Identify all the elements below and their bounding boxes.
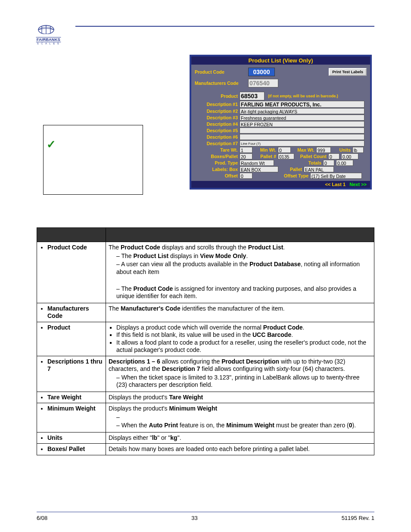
totals2-field[interactable]: 0.00 — [336, 160, 353, 166]
nav-next[interactable]: Next >> — [349, 182, 367, 187]
body-cell: Details how many boxes are loaded onto e… — [106, 444, 374, 455]
description-label: Description #5 — [195, 128, 240, 133]
topic-cell: Tare Weight — [37, 392, 106, 403]
topic-cell: Descriptions 1 thru 7 — [37, 356, 106, 392]
totals-field[interactable]: 0 — [323, 160, 334, 166]
barcode-note: (If not empty, will be used in barcode.) — [268, 94, 338, 98]
placeholder-box — [43, 125, 143, 195]
description-field[interactable]: FARLING MEAT PRODUCTS, Inc. — [240, 101, 364, 108]
nav-bar: << Last 1 Next >> — [191, 181, 370, 188]
description-label: Description #4 — [195, 121, 240, 127]
description-label: Description #3 — [195, 115, 240, 120]
units-field[interactable]: lb — [352, 147, 364, 153]
description-field[interactable]: Air-tight packaging ALWAYS — [240, 108, 364, 114]
page-footer: 6/08 33 51195 Rev. 1 — [37, 512, 374, 521]
description-label: Description #7 — [195, 141, 240, 146]
reference-table: Product CodeThe Product Code displays an… — [37, 227, 374, 455]
pcount-label: Pallet Count — [294, 154, 328, 159]
units-label: Units — [331, 147, 352, 152]
offset-label: Offset — [195, 173, 240, 178]
check-icon: ✓ — [47, 138, 56, 151]
description-field[interactable]: Line Four (7) — [240, 140, 364, 146]
description-row: Description #5 — [195, 128, 367, 134]
table-row: Tare WeightDisplays the product's Tare W… — [37, 392, 374, 403]
description-row: Description #4KEEP FROZEN — [195, 121, 367, 127]
product-code-label: Product Code — [195, 69, 248, 75]
description-row: Description #3Freshness guaranteed — [195, 115, 367, 121]
totals-label: Totals — [274, 160, 323, 165]
description-row: Description #6 — [195, 134, 367, 140]
description-field[interactable]: Freshness guaranteed — [240, 115, 364, 121]
boxes-label: Boxes/Pallet — [195, 154, 240, 159]
pallet-label: Pallet — [278, 167, 304, 172]
body-cell: The Product Code displays and scrolls th… — [106, 242, 374, 303]
pcount-field[interactable]: 0 — [328, 153, 339, 159]
topic-cell: Product Code — [37, 242, 106, 303]
otype-field[interactable]: (17) Sell By Date — [310, 173, 362, 179]
labelsbox-label: Labels: Box — [195, 167, 240, 172]
offset-field[interactable]: 0 — [240, 173, 252, 179]
description-field[interactable] — [240, 134, 364, 140]
body-cell: Descriptions 1 – 6 allows configuring th… — [106, 356, 374, 392]
table-row: UnitsDisplays either "lb" or "kg". — [37, 432, 374, 444]
description-row: Description #2Air-tight packaging ALWAYS — [195, 108, 367, 114]
footer-left: 6/08 — [37, 515, 47, 521]
table-row: Boxes/ PalletDetails how many boxes are … — [37, 444, 374, 455]
footer-right: 51195 Rev. 1 — [342, 515, 374, 521]
ptype-label: Prod. Type — [195, 160, 240, 165]
palletnum-field[interactable]: 0135 — [278, 153, 294, 159]
tare-field[interactable]: 1 — [240, 147, 252, 153]
description-field[interactable]: KEEP FROZEN — [240, 121, 364, 127]
boxes-field[interactable]: 20 — [240, 153, 252, 159]
topic-cell: Units — [37, 432, 106, 444]
body-cell: Displays the product's Tare Weight — [106, 392, 374, 403]
table-row: Product CodeThe Product Code displays an… — [37, 242, 374, 303]
brand-name: FAIRBANKS — [36, 37, 61, 42]
description-label: Description #2 — [195, 109, 240, 114]
tare-label: Tare Wt. — [195, 147, 240, 152]
footer-center: 33 — [191, 515, 197, 521]
topic-cell: Product — [37, 322, 106, 356]
mfg-code-field[interactable]: 076540 — [248, 79, 278, 87]
topic-cell: Boxes/ Pallet — [37, 444, 106, 455]
topic-cell: Minimum Weight — [37, 403, 106, 432]
table-row: ProductDisplays a product code which wil… — [37, 322, 374, 356]
mfg-code-label: Manufacturers Code — [195, 81, 248, 86]
header-rule — [75, 26, 374, 27]
table-row: Manufacturers CodeThe Manufacturer's Cod… — [37, 303, 374, 322]
table-header-right — [106, 228, 374, 242]
body-cell: Displays either "lb" or "kg". — [106, 432, 374, 444]
brand-logo: FAIRBANKS S C A L E S — [37, 24, 60, 45]
max-field[interactable]: 999 — [316, 147, 331, 153]
description-row: Description #7Line Four (7) — [195, 140, 367, 146]
min-label: Min Wt. — [252, 147, 278, 152]
description-label: Description #6 — [195, 134, 240, 140]
description-label: Description #1 — [195, 102, 240, 107]
min-field[interactable]: 0 — [278, 147, 291, 153]
body-cell: Displays a product code which will overr… — [106, 322, 374, 356]
product-label: Product — [195, 93, 240, 99]
print-test-labels-button[interactable]: Print Test Labels — [329, 68, 367, 76]
pallet-field[interactable]: EAN PAL — [304, 166, 334, 172]
ptype-field[interactable]: Random Wt — [240, 160, 274, 166]
otype-label: Offset Type — [252, 173, 310, 178]
product-field[interactable]: 68503 — [240, 92, 265, 100]
body-cell: Displays the product's Minimum WeightWhe… — [106, 403, 374, 432]
nav-last[interactable]: << Last 1 — [325, 182, 346, 187]
palletnum-label: Pallet # — [252, 154, 278, 159]
body-cell: The Manufacturer's Code identifies the m… — [106, 303, 374, 322]
table-row: Minimum WeightDisplays the product's Min… — [37, 403, 374, 432]
product-code-field[interactable]: 03000 — [248, 68, 275, 76]
description-row: Description #1FARLING MEAT PRODUCTS, Inc… — [195, 101, 367, 108]
product-list-screenshot: Product List (View Only) Product Code 03… — [190, 55, 372, 190]
topic-cell: Manufacturers Code — [37, 303, 106, 322]
panel-title: Product List (View Only) — [191, 56, 370, 65]
globe-icon — [37, 24, 56, 34]
table-header-left — [37, 228, 106, 242]
pcount2-field[interactable]: 0.00 — [341, 153, 358, 159]
labelsbox-field[interactable]: EAN BOX — [240, 166, 278, 172]
description-field[interactable] — [240, 128, 364, 134]
table-row: Descriptions 1 thru 7Descriptions 1 – 6 … — [37, 356, 374, 392]
max-label: Max Wt. — [291, 147, 316, 152]
